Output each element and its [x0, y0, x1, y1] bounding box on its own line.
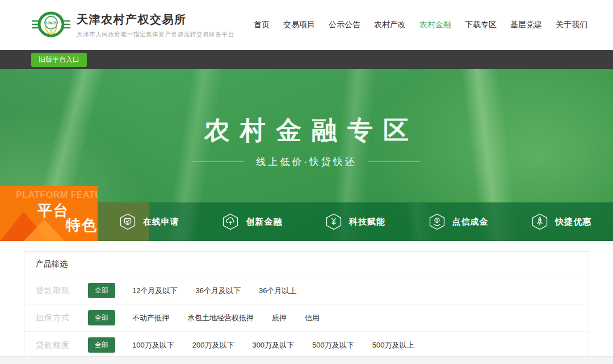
feature-item-label: 科技赋能	[349, 217, 385, 227]
site-logo: TJNJS	[31, 9, 71, 41]
feature-item-label: 创新金融	[246, 217, 282, 227]
page: TJNJS 天津农村产权交易所 天津市人民政府唯一指定集体资产资源流转交易服务平…	[0, 0, 613, 364]
filter-all-button[interactable]: 全部	[88, 310, 115, 325]
platform-features-block: PLATFORM FEATURES 平台 特色	[0, 186, 98, 241]
filter-option[interactable]: 质押	[272, 313, 287, 323]
nav-item-trade-projects[interactable]: 交易项目	[283, 20, 315, 30]
filter-option[interactable]: 200万及以下	[192, 340, 234, 350]
orange-triangle-light	[24, 219, 65, 241]
credit-coin-icon	[429, 213, 446, 230]
filter-row-label: 贷款额度	[36, 340, 79, 350]
product-filter-card: 产品筛选 贷款期限 全部 12个月及以下 36个月及以下 36个月以上 担保方式…	[24, 251, 589, 359]
feature-item-tech-empowerment[interactable]: 科技赋能	[304, 202, 407, 241]
filter-row-guarantee-method: 担保方式 全部 不动产抵押 承包土地经营权抵押 质押 信用	[24, 304, 589, 332]
nav-item-downloads[interactable]: 下载专区	[465, 20, 497, 30]
nav-item-rural-finance[interactable]: 农村金融	[419, 20, 451, 30]
logo-text: TJNJS	[45, 21, 57, 25]
filter-option[interactable]: 36个月以上	[259, 286, 296, 296]
filter-card-title: 产品筛选	[24, 252, 589, 277]
cloud-finance-icon	[222, 213, 239, 230]
subtitle-right-line	[368, 162, 421, 162]
feature-item-fast-discount[interactable]: 快捷优惠	[510, 202, 613, 241]
monitor-apply-icon	[119, 213, 136, 230]
filter-option[interactable]: 300万及以下	[252, 340, 294, 350]
filter-row-label: 担保方式	[36, 313, 79, 323]
feature-item-innovative-finance[interactable]: 创新金融	[201, 202, 304, 241]
brand-tagline: 天津市人民政府唯一指定集体资产资源流转交易服务平台	[77, 31, 234, 39]
filter-option[interactable]: 500万及以下	[312, 340, 354, 350]
nav-item-party-building[interactable]: 基层党建	[510, 20, 542, 30]
feature-item-label: 点信成金	[452, 217, 489, 227]
filter-option[interactable]: 承包土地经营权抵押	[187, 313, 254, 323]
filter-option[interactable]: 12个月及以下	[132, 286, 177, 296]
feature-menu: 在线申请 创新金融 科技赋能	[98, 202, 613, 241]
filter-row-loan-amount: 贷款额度 全部 100万及以下 200万及以下 300万及以下 500万及以下 …	[24, 332, 589, 358]
hero-banner: 农村金融专区 线上低价·快贷快还 在线申请	[0, 69, 613, 241]
old-platform-entry-button[interactable]: 旧版平台入口	[31, 53, 87, 67]
filter-option[interactable]: 信用	[305, 313, 320, 323]
filter-option[interactable]: 500万及以上	[372, 340, 414, 350]
subtitle-left-line	[192, 162, 245, 162]
nav-item-about-us[interactable]: 关于我们	[556, 20, 587, 30]
filter-option[interactable]: 36个月及以下	[195, 286, 240, 296]
feature-item-label: 在线申请	[143, 217, 179, 227]
platform-features-cn-label-2: 特色	[66, 215, 98, 235]
platform-features-cn-label-1: 平台	[37, 201, 69, 221]
hero-title: 农村金融专区	[0, 113, 613, 147]
brand-text: 天津农村产权交易所 天津市人民政府唯一指定集体资产资源流转交易服务平台	[77, 12, 234, 39]
brand-title: 天津农村产权交易所	[77, 12, 234, 27]
hero-subtitle-row: 线上低价·快贷快还	[0, 155, 613, 168]
filter-option[interactable]: 不动产抵押	[132, 313, 169, 323]
nav-item-public-notice[interactable]: 公示公告	[329, 20, 360, 30]
nav-item-rural-reform[interactable]: 农村产改	[374, 20, 406, 30]
filter-all-button[interactable]: 全部	[88, 283, 115, 298]
utility-bar: 旧版平台入口	[0, 50, 613, 69]
brand: TJNJS 天津农村产权交易所 天津市人民政府唯一指定集体资产资源流转交易服务平…	[31, 9, 234, 41]
site-header: TJNJS 天津农村产权交易所 天津市人民政府唯一指定集体资产资源流转交易服务平…	[0, 0, 613, 50]
yen-tech-icon	[325, 213, 342, 230]
feature-item-online-apply[interactable]: 在线申请	[98, 202, 201, 241]
platform-features-en-label: PLATFORM FEATURES	[16, 190, 98, 200]
feature-item-credit-to-gold[interactable]: 点信成金	[407, 202, 510, 241]
filter-row-label: 贷款期限	[36, 286, 79, 296]
rocket-discount-icon	[531, 213, 548, 230]
nav-item-home[interactable]: 首页	[254, 20, 270, 30]
footer-strip	[0, 356, 613, 364]
filter-all-button[interactable]: 全部	[88, 337, 115, 353]
filter-row-loan-term: 贷款期限 全部 12个月及以下 36个月及以下 36个月以上	[24, 277, 589, 304]
feature-item-label: 快捷优惠	[555, 217, 591, 227]
main-nav: 首页 交易项目 公示公告 农村产改 农村金融 下载专区 基层党建 关于我们	[254, 20, 587, 30]
filter-option[interactable]: 100万及以下	[132, 340, 174, 350]
hero-subtitle: 线上低价·快贷快还	[256, 155, 357, 168]
